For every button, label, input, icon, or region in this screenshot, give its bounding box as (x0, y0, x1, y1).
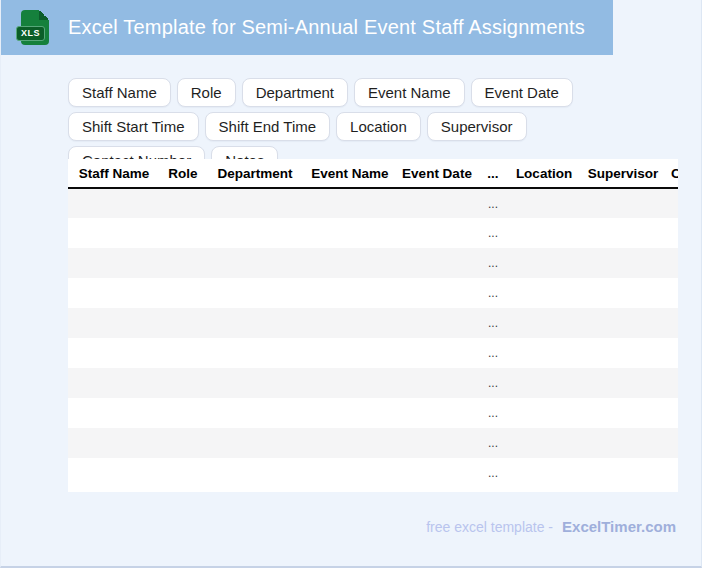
ellipsis-cell: ... (478, 338, 508, 368)
empty-cell (206, 458, 304, 488)
empty-cell (160, 398, 206, 428)
empty-cell (68, 308, 160, 338)
empty-cell (68, 338, 160, 368)
empty-cell (160, 308, 206, 338)
ellipsis-cell: ... (478, 458, 508, 488)
empty-cell (304, 338, 396, 368)
empty-cell (304, 218, 396, 248)
empty-cell (666, 308, 678, 338)
empty-cell (508, 458, 580, 488)
empty-cell (68, 248, 160, 278)
empty-cell (508, 368, 580, 398)
column-header-event-date: Event Date (396, 159, 478, 188)
empty-cell (304, 188, 396, 218)
empty-cell (160, 248, 206, 278)
xls-badge: XLS (16, 26, 45, 41)
empty-cell (508, 218, 580, 248)
empty-cell (206, 278, 304, 308)
empty-cell (68, 188, 160, 218)
table-row: ... (68, 368, 678, 398)
ellipsis-cell: ... (478, 428, 508, 458)
chip-event-date[interactable]: Event Date (471, 78, 573, 107)
chip-supervisor[interactable]: Supervisor (427, 112, 527, 141)
empty-cell (206, 338, 304, 368)
empty-cell (508, 308, 580, 338)
empty-cell (68, 368, 160, 398)
table-row: ... (68, 248, 678, 278)
table-row: ... (68, 218, 678, 248)
column-header-supervisor: Supervisor (580, 159, 666, 188)
ellipsis-cell: ... (478, 368, 508, 398)
empty-cell (206, 248, 304, 278)
xls-file-icon: XLS (21, 10, 49, 45)
empty-cell (508, 428, 580, 458)
empty-cell (160, 458, 206, 488)
empty-cell (580, 428, 666, 458)
empty-cell (396, 218, 478, 248)
empty-cell (508, 188, 580, 218)
empty-cell (580, 308, 666, 338)
empty-cell (666, 278, 678, 308)
empty-cell (160, 218, 206, 248)
empty-cell (666, 338, 678, 368)
column-header-ellipsis: ... (478, 159, 508, 188)
empty-cell (206, 398, 304, 428)
chip-department[interactable]: Department (242, 78, 348, 107)
empty-cell (68, 398, 160, 428)
empty-cell (160, 338, 206, 368)
empty-cell (580, 368, 666, 398)
empty-cell (160, 278, 206, 308)
table-body: .............................. (68, 188, 678, 488)
column-header-contact-number: Contact Number (666, 159, 678, 188)
empty-cell (666, 248, 678, 278)
empty-cell (206, 218, 304, 248)
ellipsis-cell: ... (478, 248, 508, 278)
table-row: ... (68, 338, 678, 368)
empty-cell (396, 188, 478, 218)
column-header-event-name: Event Name (304, 159, 396, 188)
folded-corner (39, 10, 49, 20)
empty-cell (396, 278, 478, 308)
page-title: Excel Template for Semi-Annual Event Sta… (68, 16, 585, 39)
empty-cell (396, 458, 478, 488)
column-header-location: Location (508, 159, 580, 188)
empty-cell (666, 458, 678, 488)
empty-cell (206, 188, 304, 218)
column-header-role: Role (160, 159, 206, 188)
ellipsis-cell: ... (478, 398, 508, 428)
table-row: ... (68, 308, 678, 338)
footer: free excel template - ExcelTimer.com (426, 518, 676, 535)
chip-location[interactable]: Location (336, 112, 421, 141)
ellipsis-cell: ... (478, 218, 508, 248)
empty-cell (206, 428, 304, 458)
empty-cell (396, 338, 478, 368)
empty-cell (580, 458, 666, 488)
table-row: ... (68, 428, 678, 458)
empty-cell (304, 368, 396, 398)
footer-brand-link[interactable]: ExcelTimer.com (562, 518, 676, 535)
chip-staff-name[interactable]: Staff Name (68, 78, 171, 107)
empty-cell (68, 458, 160, 488)
empty-cell (304, 398, 396, 428)
chip-shift-start-time[interactable]: Shift Start Time (68, 112, 199, 141)
empty-cell (580, 398, 666, 428)
empty-cell (666, 428, 678, 458)
empty-cell (580, 248, 666, 278)
footer-tagline: free excel template - (426, 519, 553, 535)
empty-cell (396, 308, 478, 338)
empty-cell (396, 368, 478, 398)
empty-cell (68, 428, 160, 458)
empty-cell (396, 428, 478, 458)
chip-event-name[interactable]: Event Name (354, 78, 465, 107)
empty-cell (508, 338, 580, 368)
ellipsis-cell: ... (478, 278, 508, 308)
page: XLS Excel Template for Semi-Annual Event… (0, 0, 702, 568)
empty-cell (580, 188, 666, 218)
empty-cell (304, 308, 396, 338)
chip-role[interactable]: Role (177, 78, 236, 107)
table-row: ... (68, 398, 678, 428)
empty-cell (160, 428, 206, 458)
assignments-table-container: Staff NameRoleDepartmentEvent NameEvent … (68, 159, 678, 492)
empty-cell (160, 188, 206, 218)
chip-shift-end-time[interactable]: Shift End Time (205, 112, 331, 141)
